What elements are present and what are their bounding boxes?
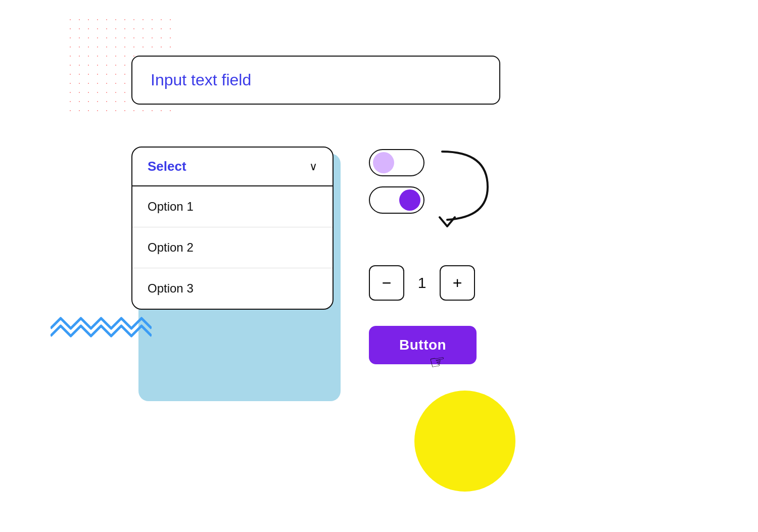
- stepper: − 1 +: [369, 265, 475, 301]
- decrement-button[interactable]: −: [369, 265, 404, 301]
- toggle-off[interactable]: [369, 149, 424, 176]
- stepper-value: 1: [414, 274, 430, 292]
- toggle-thumb-on: [399, 189, 420, 211]
- text-input-field[interactable]: [131, 56, 500, 105]
- toggles-area: [369, 149, 424, 224]
- toggle-on[interactable]: [369, 186, 424, 214]
- select-header[interactable]: Select ∨: [132, 148, 333, 186]
- select-panel: Select ∨ Option 1 Option 2 Option 3: [131, 147, 334, 310]
- toggle-off-wrapper: [369, 149, 424, 176]
- toggle-thumb-off: [373, 152, 394, 173]
- input-container: [131, 56, 500, 105]
- select-option-2[interactable]: Option 2: [132, 227, 333, 268]
- select-option-1[interactable]: Option 1: [132, 186, 333, 227]
- toggle-arrow-icon: [432, 147, 498, 227]
- select-option-3[interactable]: Option 3: [132, 268, 333, 309]
- yellow-circle-decoration: [414, 391, 515, 492]
- toggle-on-wrapper: [369, 186, 424, 214]
- main-button[interactable]: Button: [369, 326, 477, 364]
- increment-button[interactable]: +: [440, 265, 475, 301]
- zigzag-decoration: [51, 313, 152, 338]
- select-label: Select: [148, 159, 186, 174]
- button-area: Button: [369, 326, 477, 364]
- select-dropdown-wrapper: Select ∨ Option 1 Option 2 Option 3: [131, 147, 334, 310]
- chevron-down-icon: ∨: [309, 160, 317, 173]
